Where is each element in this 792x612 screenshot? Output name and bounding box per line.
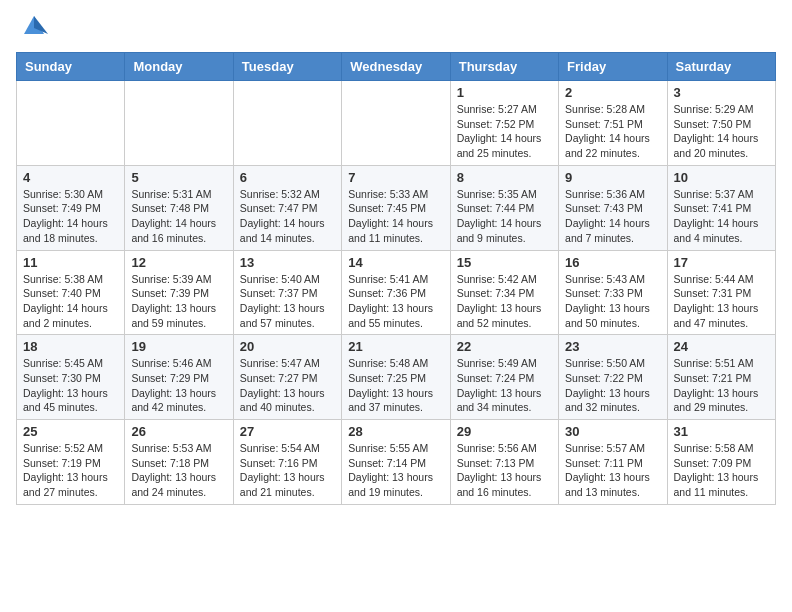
day-number: 29 <box>457 424 552 439</box>
day-number: 28 <box>348 424 443 439</box>
calendar-cell: 18Sunrise: 5:45 AM Sunset: 7:30 PM Dayli… <box>17 335 125 420</box>
calendar-cell: 30Sunrise: 5:57 AM Sunset: 7:11 PM Dayli… <box>559 420 667 505</box>
weekday-header: Monday <box>125 53 233 81</box>
calendar-week-row: 11Sunrise: 5:38 AM Sunset: 7:40 PM Dayli… <box>17 250 776 335</box>
day-info: Sunrise: 5:51 AM Sunset: 7:21 PM Dayligh… <box>674 356 769 415</box>
day-number: 2 <box>565 85 660 100</box>
day-info: Sunrise: 5:37 AM Sunset: 7:41 PM Dayligh… <box>674 187 769 246</box>
weekday-header: Saturday <box>667 53 775 81</box>
calendar-cell <box>17 81 125 166</box>
calendar-cell: 23Sunrise: 5:50 AM Sunset: 7:22 PM Dayli… <box>559 335 667 420</box>
day-number: 19 <box>131 339 226 354</box>
calendar-cell: 26Sunrise: 5:53 AM Sunset: 7:18 PM Dayli… <box>125 420 233 505</box>
calendar-cell: 28Sunrise: 5:55 AM Sunset: 7:14 PM Dayli… <box>342 420 450 505</box>
logo-icon <box>20 12 48 40</box>
calendar-cell: 1Sunrise: 5:27 AM Sunset: 7:52 PM Daylig… <box>450 81 558 166</box>
day-info: Sunrise: 5:57 AM Sunset: 7:11 PM Dayligh… <box>565 441 660 500</box>
weekday-header: Tuesday <box>233 53 341 81</box>
weekday-header: Friday <box>559 53 667 81</box>
calendar-cell: 2Sunrise: 5:28 AM Sunset: 7:51 PM Daylig… <box>559 81 667 166</box>
day-info: Sunrise: 5:46 AM Sunset: 7:29 PM Dayligh… <box>131 356 226 415</box>
day-number: 16 <box>565 255 660 270</box>
day-number: 27 <box>240 424 335 439</box>
day-number: 4 <box>23 170 118 185</box>
day-info: Sunrise: 5:44 AM Sunset: 7:31 PM Dayligh… <box>674 272 769 331</box>
calendar-cell: 9Sunrise: 5:36 AM Sunset: 7:43 PM Daylig… <box>559 165 667 250</box>
calendar-cell: 14Sunrise: 5:41 AM Sunset: 7:36 PM Dayli… <box>342 250 450 335</box>
calendar-week-row: 4Sunrise: 5:30 AM Sunset: 7:49 PM Daylig… <box>17 165 776 250</box>
calendar-cell: 19Sunrise: 5:46 AM Sunset: 7:29 PM Dayli… <box>125 335 233 420</box>
day-number: 10 <box>674 170 769 185</box>
day-info: Sunrise: 5:50 AM Sunset: 7:22 PM Dayligh… <box>565 356 660 415</box>
calendar-cell: 20Sunrise: 5:47 AM Sunset: 7:27 PM Dayli… <box>233 335 341 420</box>
day-number: 15 <box>457 255 552 270</box>
calendar-cell: 15Sunrise: 5:42 AM Sunset: 7:34 PM Dayli… <box>450 250 558 335</box>
logo <box>16 16 48 40</box>
day-info: Sunrise: 5:42 AM Sunset: 7:34 PM Dayligh… <box>457 272 552 331</box>
day-number: 7 <box>348 170 443 185</box>
day-number: 11 <box>23 255 118 270</box>
day-number: 8 <box>457 170 552 185</box>
day-info: Sunrise: 5:53 AM Sunset: 7:18 PM Dayligh… <box>131 441 226 500</box>
day-number: 25 <box>23 424 118 439</box>
day-info: Sunrise: 5:52 AM Sunset: 7:19 PM Dayligh… <box>23 441 118 500</box>
day-number: 22 <box>457 339 552 354</box>
day-info: Sunrise: 5:36 AM Sunset: 7:43 PM Dayligh… <box>565 187 660 246</box>
calendar-cell: 5Sunrise: 5:31 AM Sunset: 7:48 PM Daylig… <box>125 165 233 250</box>
calendar-cell: 27Sunrise: 5:54 AM Sunset: 7:16 PM Dayli… <box>233 420 341 505</box>
weekday-header: Wednesday <box>342 53 450 81</box>
day-number: 17 <box>674 255 769 270</box>
day-info: Sunrise: 5:32 AM Sunset: 7:47 PM Dayligh… <box>240 187 335 246</box>
calendar-week-row: 1Sunrise: 5:27 AM Sunset: 7:52 PM Daylig… <box>17 81 776 166</box>
calendar-header-row: SundayMondayTuesdayWednesdayThursdayFrid… <box>17 53 776 81</box>
calendar-table: SundayMondayTuesdayWednesdayThursdayFrid… <box>16 52 776 505</box>
day-info: Sunrise: 5:38 AM Sunset: 7:40 PM Dayligh… <box>23 272 118 331</box>
day-info: Sunrise: 5:30 AM Sunset: 7:49 PM Dayligh… <box>23 187 118 246</box>
day-info: Sunrise: 5:33 AM Sunset: 7:45 PM Dayligh… <box>348 187 443 246</box>
calendar-cell: 7Sunrise: 5:33 AM Sunset: 7:45 PM Daylig… <box>342 165 450 250</box>
calendar-cell: 4Sunrise: 5:30 AM Sunset: 7:49 PM Daylig… <box>17 165 125 250</box>
day-number: 13 <box>240 255 335 270</box>
calendar-week-row: 25Sunrise: 5:52 AM Sunset: 7:19 PM Dayli… <box>17 420 776 505</box>
calendar-cell: 3Sunrise: 5:29 AM Sunset: 7:50 PM Daylig… <box>667 81 775 166</box>
calendar-cell <box>125 81 233 166</box>
day-info: Sunrise: 5:43 AM Sunset: 7:33 PM Dayligh… <box>565 272 660 331</box>
day-info: Sunrise: 5:27 AM Sunset: 7:52 PM Dayligh… <box>457 102 552 161</box>
day-number: 31 <box>674 424 769 439</box>
day-info: Sunrise: 5:55 AM Sunset: 7:14 PM Dayligh… <box>348 441 443 500</box>
calendar-cell: 31Sunrise: 5:58 AM Sunset: 7:09 PM Dayli… <box>667 420 775 505</box>
day-number: 30 <box>565 424 660 439</box>
calendar-cell: 12Sunrise: 5:39 AM Sunset: 7:39 PM Dayli… <box>125 250 233 335</box>
day-number: 6 <box>240 170 335 185</box>
calendar-cell <box>233 81 341 166</box>
day-info: Sunrise: 5:54 AM Sunset: 7:16 PM Dayligh… <box>240 441 335 500</box>
day-info: Sunrise: 5:45 AM Sunset: 7:30 PM Dayligh… <box>23 356 118 415</box>
day-number: 18 <box>23 339 118 354</box>
calendar-cell: 17Sunrise: 5:44 AM Sunset: 7:31 PM Dayli… <box>667 250 775 335</box>
day-info: Sunrise: 5:40 AM Sunset: 7:37 PM Dayligh… <box>240 272 335 331</box>
calendar-cell: 21Sunrise: 5:48 AM Sunset: 7:25 PM Dayli… <box>342 335 450 420</box>
calendar-cell: 11Sunrise: 5:38 AM Sunset: 7:40 PM Dayli… <box>17 250 125 335</box>
day-info: Sunrise: 5:29 AM Sunset: 7:50 PM Dayligh… <box>674 102 769 161</box>
calendar-cell <box>342 81 450 166</box>
day-number: 12 <box>131 255 226 270</box>
day-info: Sunrise: 5:47 AM Sunset: 7:27 PM Dayligh… <box>240 356 335 415</box>
day-number: 3 <box>674 85 769 100</box>
day-number: 24 <box>674 339 769 354</box>
weekday-header: Thursday <box>450 53 558 81</box>
day-number: 21 <box>348 339 443 354</box>
day-number: 23 <box>565 339 660 354</box>
calendar-cell: 22Sunrise: 5:49 AM Sunset: 7:24 PM Dayli… <box>450 335 558 420</box>
day-number: 1 <box>457 85 552 100</box>
weekday-header: Sunday <box>17 53 125 81</box>
calendar-cell: 8Sunrise: 5:35 AM Sunset: 7:44 PM Daylig… <box>450 165 558 250</box>
calendar-cell: 16Sunrise: 5:43 AM Sunset: 7:33 PM Dayli… <box>559 250 667 335</box>
day-info: Sunrise: 5:39 AM Sunset: 7:39 PM Dayligh… <box>131 272 226 331</box>
day-info: Sunrise: 5:56 AM Sunset: 7:13 PM Dayligh… <box>457 441 552 500</box>
day-info: Sunrise: 5:41 AM Sunset: 7:36 PM Dayligh… <box>348 272 443 331</box>
day-number: 26 <box>131 424 226 439</box>
calendar-cell: 25Sunrise: 5:52 AM Sunset: 7:19 PM Dayli… <box>17 420 125 505</box>
calendar-cell: 10Sunrise: 5:37 AM Sunset: 7:41 PM Dayli… <box>667 165 775 250</box>
day-number: 20 <box>240 339 335 354</box>
page-header <box>16 16 776 40</box>
